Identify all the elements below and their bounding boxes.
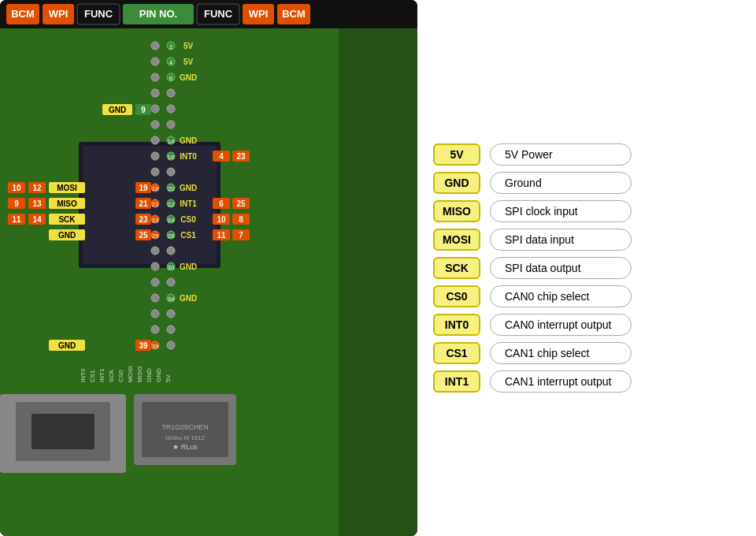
svg-text:33: 33 [152, 296, 159, 303]
svg-text:9: 9 [14, 199, 19, 208]
svg-text:38: 38 [168, 327, 175, 334]
legend-item: 5V5V Power [433, 143, 740, 166]
svg-text:9: 9 [141, 106, 146, 114]
svg-text:CS1: CS1 [89, 370, 96, 382]
svg-text:25: 25 [236, 199, 246, 208]
legend-item: CS1CAN1 chip select [433, 342, 740, 364]
svg-text:35: 35 [152, 311, 159, 318]
svg-text:34: 34 [168, 296, 175, 303]
svg-text:GND: GND [180, 184, 197, 192]
svg-text:CS1: CS1 [180, 231, 196, 240]
svg-text:10: 10 [168, 106, 175, 114]
svg-text:25: 25 [152, 233, 159, 240]
svg-text:Ghihu M 1912: Ghihu M 1912 [165, 434, 206, 441]
svg-text:13: 13 [152, 138, 159, 145]
svg-text:18: 18 [168, 169, 175, 177]
svg-text:FUNC: FUNC [84, 8, 113, 20]
svg-text:27: 27 [152, 248, 159, 255]
board-diagram: TR1G09CHEN Ghihu M 1912 ★ RLus BCM WPI F… [0, 0, 417, 536]
svg-text:40: 40 [168, 343, 175, 350]
svg-text:11: 11 [217, 231, 226, 240]
svg-text:5V: 5V [183, 58, 194, 66]
legend-badge-int1: INT1 [433, 370, 480, 393]
svg-text:BCM: BCM [11, 8, 35, 20]
legend-desc-8: CAN1 interrupt output [490, 370, 632, 393]
legend-item: MISOSPI clock input [433, 200, 740, 222]
svg-text:MISO: MISO [136, 367, 143, 382]
svg-text:PIN NO.: PIN NO. [139, 8, 177, 20]
svg-text:14: 14 [32, 215, 42, 224]
svg-text:GND: GND [155, 368, 162, 382]
svg-text:15: 15 [152, 154, 159, 161]
svg-text:1: 1 [154, 43, 158, 50]
svg-text:32: 32 [168, 280, 175, 287]
svg-text:FUNC: FUNC [204, 8, 233, 20]
svg-text:GND: GND [58, 341, 76, 350]
svg-text:21: 21 [152, 201, 159, 208]
svg-text:12: 12 [32, 184, 42, 192]
svg-text:GND: GND [58, 231, 76, 240]
svg-text:9: 9 [154, 106, 158, 114]
legend-desc-4: SPI data output [490, 257, 632, 279]
svg-text:GND: GND [180, 73, 197, 82]
svg-text:SCK: SCK [58, 215, 76, 224]
svg-text:INT0: INT0 [80, 368, 87, 382]
svg-text:22: 22 [168, 201, 175, 208]
legend-desc-0: 5V Power [490, 143, 632, 166]
legend-desc-3: SPI data input [490, 229, 632, 251]
svg-text:CS0: CS0 [180, 215, 196, 224]
legend-badge-5v: 5V [433, 143, 480, 166]
svg-text:WPI: WPI [49, 8, 69, 20]
legend-badge-int0: INT0 [433, 314, 480, 336]
svg-text:TR1G09CHEN: TR1G09CHEN [161, 423, 209, 431]
legend-item: GNDGround [433, 172, 740, 194]
svg-text:28: 28 [168, 248, 175, 255]
svg-text:4: 4 [169, 59, 173, 66]
svg-text:5V: 5V [165, 374, 172, 382]
svg-text:23: 23 [139, 215, 148, 224]
svg-text:8: 8 [239, 215, 243, 224]
svg-text:3: 3 [154, 59, 158, 66]
legend-desc-7: CAN1 chip select [490, 342, 632, 364]
legend-badge-sck: SCK [433, 257, 480, 279]
svg-text:17: 17 [152, 169, 159, 177]
svg-text:6: 6 [219, 199, 224, 208]
svg-text:★ RLus: ★ RLus [172, 443, 198, 451]
svg-text:26: 26 [168, 233, 175, 240]
svg-text:WPI: WPI [249, 8, 269, 20]
svg-text:5V: 5V [183, 42, 194, 50]
legend-desc-1: Ground [490, 172, 632, 194]
svg-text:5: 5 [154, 75, 158, 82]
svg-text:37: 37 [152, 327, 159, 334]
svg-text:10: 10 [217, 215, 226, 224]
legend-item: SCKSPI data output [433, 257, 740, 279]
legend-badge-cs0: CS0 [433, 285, 480, 307]
legend-desc-2: SPI clock input [490, 200, 632, 222]
svg-text:7: 7 [154, 91, 158, 98]
svg-text:MOSI: MOSI [57, 184, 77, 192]
svg-text:19: 19 [152, 185, 159, 192]
svg-text:7: 7 [239, 231, 243, 240]
svg-text:GND: GND [146, 368, 153, 382]
svg-text:14: 14 [168, 138, 175, 145]
svg-text:INT1: INT1 [180, 199, 197, 208]
svg-text:GND: GND [180, 136, 197, 145]
svg-text:2: 2 [169, 43, 173, 50]
svg-text:BCM: BCM [282, 8, 306, 20]
svg-text:16: 16 [168, 154, 175, 161]
svg-text:23: 23 [236, 152, 246, 161]
legend-item: INT1CAN1 interrupt output [433, 370, 740, 393]
svg-text:19: 19 [139, 184, 148, 192]
svg-text:MISO: MISO [57, 199, 77, 208]
svg-text:21: 21 [139, 199, 148, 208]
svg-text:10: 10 [12, 184, 21, 192]
svg-text:20: 20 [168, 185, 175, 192]
svg-text:GND: GND [180, 294, 197, 303]
legend-badge-mosi: MOSI [433, 229, 480, 251]
svg-text:6: 6 [169, 75, 173, 82]
svg-text:11: 11 [12, 215, 21, 224]
svg-text:39: 39 [139, 341, 148, 350]
legend-desc-5: CAN0 chip select [490, 285, 632, 307]
svg-text:25: 25 [139, 231, 148, 240]
legend-badge-cs1: CS1 [433, 342, 480, 364]
